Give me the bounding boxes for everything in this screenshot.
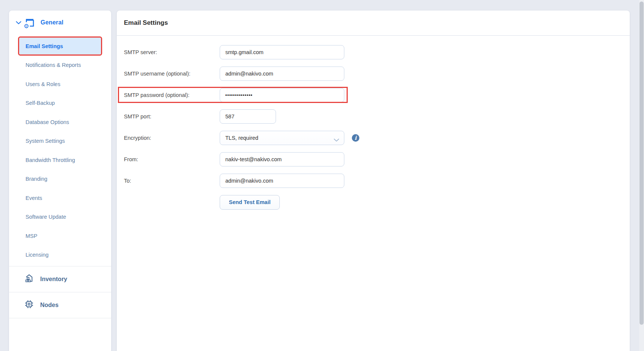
encryption-row: Encryption: TLS, required i	[124, 131, 630, 145]
chevron-down-icon	[334, 137, 339, 143]
sidebar-item-users-roles[interactable]: Users & Roles	[19, 76, 101, 92]
encryption-label: Encryption:	[124, 135, 220, 141]
smtp-username-label: SMTP username (optional):	[124, 71, 220, 77]
smtp-username-row: SMTP username (optional):	[124, 67, 630, 81]
smtp-server-label: SMTP server:	[124, 49, 220, 55]
sidebar-general-items: Email Settings Notifications & Reports U…	[9, 38, 111, 263]
sidebar-section-label: Nodes	[40, 302, 59, 309]
from-label: From:	[124, 156, 220, 162]
sidebar-item-database-options[interactable]: Database Options	[19, 113, 101, 130]
sidebar-item-bandwidth-throttling[interactable]: Bandwidth Throttling	[19, 151, 101, 168]
vertical-scrollbar[interactable]	[639, 0, 644, 351]
sidebar-item-events[interactable]: Events	[19, 189, 101, 206]
smtp-password-row: SMTP password (optional):	[124, 88, 630, 102]
smtp-port-row: SMTP port:	[124, 109, 630, 124]
smtp-port-input[interactable]	[220, 109, 276, 124]
info-icon[interactable]: i	[352, 134, 359, 142]
encryption-selected-value: TLS, required	[225, 135, 258, 141]
smtp-port-label: SMTP port:	[124, 113, 220, 120]
smtp-server-input[interactable]	[220, 45, 344, 59]
scrollbar-thumb[interactable]	[639, 2, 644, 325]
panel-header: Email Settings	[117, 11, 630, 36]
sidebar-section-label: Inventory	[40, 276, 67, 283]
settings-page: ⚙ General Email Settings Notifications &…	[0, 0, 644, 351]
smtp-server-row: SMTP server:	[124, 45, 630, 59]
sidebar-section-general[interactable]: ⚙ General	[9, 11, 111, 35]
sidebar-item-notifications-reports[interactable]: Notifications & Reports	[19, 57, 101, 74]
smtp-username-input[interactable]	[220, 67, 344, 81]
to-row: To:	[124, 174, 630, 188]
smtp-password-input[interactable]	[220, 88, 344, 102]
page-title: Email Settings	[124, 19, 168, 27]
sidebar-item-licensing[interactable]: Licensing	[19, 247, 101, 263]
sidebar-section-label: General	[41, 19, 63, 26]
sidebar-section-nodes[interactable]: Nodes	[9, 292, 111, 318]
send-test-email-button[interactable]: Send Test Email	[220, 195, 280, 210]
inventory-building-icon	[24, 273, 34, 285]
encryption-select[interactable]: TLS, required	[220, 131, 344, 145]
actions-row: Send Test Email	[124, 195, 630, 209]
chevron-down-icon	[15, 21, 22, 24]
from-row: From:	[124, 152, 630, 166]
smtp-password-label: SMTP password (optional):	[124, 92, 220, 98]
sidebar-section-inventory[interactable]: Inventory	[9, 266, 111, 292]
general-gear-window-icon: ⚙	[24, 17, 35, 28]
sidebar-item-msp[interactable]: MSP	[19, 227, 101, 244]
sidebar-item-branding[interactable]: Branding	[19, 171, 101, 188]
to-label: To:	[124, 178, 220, 184]
sidebar-item-system-settings[interactable]: System Settings	[19, 133, 101, 150]
email-settings-form: SMTP server: SMTP username (optional): S…	[117, 36, 630, 209]
nodes-chip-icon	[24, 299, 34, 311]
to-input[interactable]	[220, 174, 344, 188]
sidebar-item-self-backup[interactable]: Self-Backup	[19, 95, 101, 112]
sidebar-item-software-update[interactable]: Software Update	[19, 209, 101, 225]
gear-icon: ⚙	[23, 23, 29, 29]
sidebar-section-divider	[9, 318, 111, 324]
email-settings-panel: Email Settings SMTP server: SMTP usernam…	[117, 11, 630, 351]
sidebar-item-email-settings[interactable]: Email Settings	[19, 38, 101, 54]
from-input[interactable]	[220, 152, 344, 166]
settings-sidebar: ⚙ General Email Settings Notifications &…	[9, 11, 111, 351]
